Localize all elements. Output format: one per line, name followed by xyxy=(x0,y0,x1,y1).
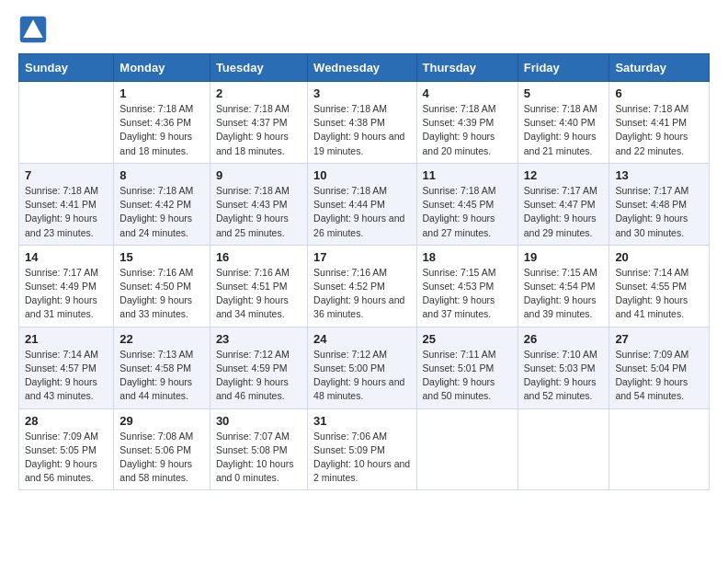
cell-info: Sunrise: 7:18 AMSunset: 4:36 PMDaylight:… xyxy=(119,102,204,158)
date-number: 12 xyxy=(524,168,604,182)
date-number: 1 xyxy=(119,86,204,100)
cell-info: Sunrise: 7:16 AMSunset: 4:51 PMDaylight:… xyxy=(216,266,301,322)
cell-info: Sunrise: 7:18 AMSunset: 4:41 PMDaylight:… xyxy=(615,102,703,158)
cell-4-5 xyxy=(518,408,609,490)
date-number: 21 xyxy=(25,332,108,346)
date-number: 24 xyxy=(313,332,410,346)
cell-info: Sunrise: 7:17 AMSunset: 4:49 PMDaylight:… xyxy=(25,266,108,322)
date-number: 2 xyxy=(216,86,301,100)
header-wednesday: Wednesday xyxy=(308,54,416,82)
cell-1-6: 13Sunrise: 7:17 AMSunset: 4:48 PMDayligh… xyxy=(609,163,710,245)
header-tuesday: Tuesday xyxy=(210,54,307,82)
date-number: 9 xyxy=(216,168,301,182)
header-thursday: Thursday xyxy=(416,54,518,82)
cell-4-4 xyxy=(416,408,518,490)
cell-0-5: 5Sunrise: 7:18 AMSunset: 4:40 PMDaylight… xyxy=(518,82,609,164)
cell-3-0: 21Sunrise: 7:14 AMSunset: 4:57 PMDayligh… xyxy=(19,327,114,408)
week-row-5: 28Sunrise: 7:09 AMSunset: 5:05 PMDayligh… xyxy=(19,408,710,490)
cell-info: Sunrise: 7:17 AMSunset: 4:47 PMDaylight:… xyxy=(524,184,604,240)
cell-2-1: 15Sunrise: 7:16 AMSunset: 4:50 PMDayligh… xyxy=(114,245,210,327)
date-number: 4 xyxy=(423,86,512,100)
date-number: 14 xyxy=(25,250,108,264)
page-header xyxy=(18,15,710,44)
date-number: 22 xyxy=(119,332,204,346)
date-number: 23 xyxy=(216,332,301,346)
cell-info: Sunrise: 7:18 AMSunset: 4:37 PMDaylight:… xyxy=(216,102,301,158)
cell-1-3: 10Sunrise: 7:18 AMSunset: 4:44 PMDayligh… xyxy=(308,163,416,245)
cell-1-0: 7Sunrise: 7:18 AMSunset: 4:41 PMDaylight… xyxy=(19,163,114,245)
cell-info: Sunrise: 7:18 AMSunset: 4:39 PMDaylight:… xyxy=(423,102,512,158)
logo xyxy=(18,15,51,44)
cell-info: Sunrise: 7:18 AMSunset: 4:44 PMDaylight:… xyxy=(313,184,410,240)
cell-4-1: 29Sunrise: 7:08 AMSunset: 5:06 PMDayligh… xyxy=(114,408,210,490)
cell-info: Sunrise: 7:08 AMSunset: 5:06 PMDaylight:… xyxy=(119,430,204,486)
date-number: 10 xyxy=(313,168,410,182)
logo-icon xyxy=(18,15,48,44)
date-number: 5 xyxy=(524,86,604,100)
week-row-2: 7Sunrise: 7:18 AMSunset: 4:41 PMDaylight… xyxy=(19,163,710,245)
date-number: 20 xyxy=(615,250,703,264)
cell-2-5: 19Sunrise: 7:15 AMSunset: 4:54 PMDayligh… xyxy=(518,245,609,327)
cell-info: Sunrise: 7:16 AMSunset: 4:50 PMDaylight:… xyxy=(119,266,204,322)
date-number: 16 xyxy=(216,250,301,264)
cell-3-5: 26Sunrise: 7:10 AMSunset: 5:03 PMDayligh… xyxy=(518,327,609,408)
cell-0-4: 4Sunrise: 7:18 AMSunset: 4:39 PMDaylight… xyxy=(416,82,518,164)
date-number: 11 xyxy=(423,168,512,182)
cell-info: Sunrise: 7:18 AMSunset: 4:43 PMDaylight:… xyxy=(216,184,301,240)
cell-info: Sunrise: 7:14 AMSunset: 4:57 PMDaylight:… xyxy=(25,348,108,404)
header-friday: Friday xyxy=(518,54,609,82)
cell-3-6: 27Sunrise: 7:09 AMSunset: 5:04 PMDayligh… xyxy=(609,327,710,408)
cell-info: Sunrise: 7:15 AMSunset: 4:54 PMDaylight:… xyxy=(524,266,604,322)
cell-info: Sunrise: 7:15 AMSunset: 4:53 PMDaylight:… xyxy=(423,266,512,322)
date-number: 18 xyxy=(423,250,512,264)
date-number: 15 xyxy=(119,250,204,264)
cell-2-4: 18Sunrise: 7:15 AMSunset: 4:53 PMDayligh… xyxy=(416,245,518,327)
cell-2-3: 17Sunrise: 7:16 AMSunset: 4:52 PMDayligh… xyxy=(308,245,416,327)
cell-3-3: 24Sunrise: 7:12 AMSunset: 5:00 PMDayligh… xyxy=(308,327,416,408)
date-number: 27 xyxy=(615,332,703,346)
cell-info: Sunrise: 7:18 AMSunset: 4:38 PMDaylight:… xyxy=(313,102,410,158)
cell-info: Sunrise: 7:18 AMSunset: 4:45 PMDaylight:… xyxy=(423,184,512,240)
cell-0-2: 2Sunrise: 7:18 AMSunset: 4:37 PMDaylight… xyxy=(210,82,307,164)
cell-info: Sunrise: 7:07 AMSunset: 5:08 PMDaylight:… xyxy=(216,430,301,486)
cell-info: Sunrise: 7:18 AMSunset: 4:41 PMDaylight:… xyxy=(25,184,108,240)
cell-info: Sunrise: 7:18 AMSunset: 4:40 PMDaylight:… xyxy=(524,102,604,158)
cell-2-0: 14Sunrise: 7:17 AMSunset: 4:49 PMDayligh… xyxy=(19,245,114,327)
cell-info: Sunrise: 7:06 AMSunset: 5:09 PMDaylight:… xyxy=(313,430,410,486)
cell-2-6: 20Sunrise: 7:14 AMSunset: 4:55 PMDayligh… xyxy=(609,245,710,327)
week-row-1: 1Sunrise: 7:18 AMSunset: 4:36 PMDaylight… xyxy=(19,82,710,164)
date-number: 30 xyxy=(216,414,301,428)
date-number: 8 xyxy=(119,168,204,182)
cell-info: Sunrise: 7:09 AMSunset: 5:05 PMDaylight:… xyxy=(25,430,108,486)
cell-info: Sunrise: 7:09 AMSunset: 5:04 PMDaylight:… xyxy=(615,348,703,404)
cell-4-3: 31Sunrise: 7:06 AMSunset: 5:09 PMDayligh… xyxy=(308,408,416,490)
header-monday: Monday xyxy=(114,54,210,82)
cell-4-2: 30Sunrise: 7:07 AMSunset: 5:08 PMDayligh… xyxy=(210,408,307,490)
date-number: 29 xyxy=(119,414,204,428)
cell-info: Sunrise: 7:10 AMSunset: 5:03 PMDaylight:… xyxy=(524,348,604,404)
date-number: 19 xyxy=(524,250,604,264)
date-number: 25 xyxy=(423,332,512,346)
date-number: 26 xyxy=(524,332,604,346)
cell-4-6 xyxy=(609,408,710,490)
cell-info: Sunrise: 7:17 AMSunset: 4:48 PMDaylight:… xyxy=(615,184,703,240)
cell-3-1: 22Sunrise: 7:13 AMSunset: 4:58 PMDayligh… xyxy=(114,327,210,408)
calendar-table: SundayMondayTuesdayWednesdayThursdayFrid… xyxy=(18,53,710,490)
date-number: 28 xyxy=(25,414,108,428)
date-number: 7 xyxy=(25,168,108,182)
cell-1-1: 8Sunrise: 7:18 AMSunset: 4:42 PMDaylight… xyxy=(114,163,210,245)
cell-4-0: 28Sunrise: 7:09 AMSunset: 5:05 PMDayligh… xyxy=(19,408,114,490)
cell-info: Sunrise: 7:14 AMSunset: 4:55 PMDaylight:… xyxy=(615,266,703,322)
cell-3-2: 23Sunrise: 7:12 AMSunset: 4:59 PMDayligh… xyxy=(210,327,307,408)
cell-2-2: 16Sunrise: 7:16 AMSunset: 4:51 PMDayligh… xyxy=(210,245,307,327)
date-number: 3 xyxy=(313,86,410,100)
cell-info: Sunrise: 7:12 AMSunset: 4:59 PMDaylight:… xyxy=(216,348,301,404)
cell-0-6: 6Sunrise: 7:18 AMSunset: 4:41 PMDaylight… xyxy=(609,82,710,164)
cell-info: Sunrise: 7:12 AMSunset: 5:00 PMDaylight:… xyxy=(313,348,410,404)
cell-info: Sunrise: 7:16 AMSunset: 4:52 PMDaylight:… xyxy=(313,266,410,322)
cell-1-4: 11Sunrise: 7:18 AMSunset: 4:45 PMDayligh… xyxy=(416,163,518,245)
week-row-4: 21Sunrise: 7:14 AMSunset: 4:57 PMDayligh… xyxy=(19,327,710,408)
header-sunday: Sunday xyxy=(19,54,114,82)
date-number: 13 xyxy=(615,168,703,182)
cell-1-5: 12Sunrise: 7:17 AMSunset: 4:47 PMDayligh… xyxy=(518,163,609,245)
